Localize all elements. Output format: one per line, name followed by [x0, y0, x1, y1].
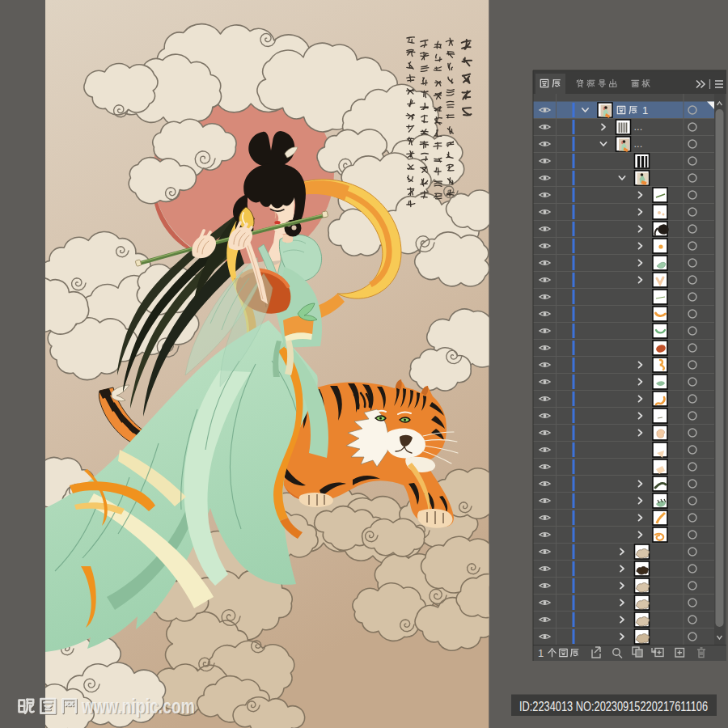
svg-text:1: 1 [538, 647, 544, 659]
svg-text:...: ... [634, 138, 643, 150]
svg-text:...: ... [634, 121, 643, 133]
svg-text:ID:2234013 NO:2023091522021761: ID:2234013 NO:20230915220217611106 [519, 699, 708, 714]
svg-text:1: 1 [642, 104, 648, 116]
svg-text:www.nipic.com: www.nipic.com [81, 695, 195, 717]
